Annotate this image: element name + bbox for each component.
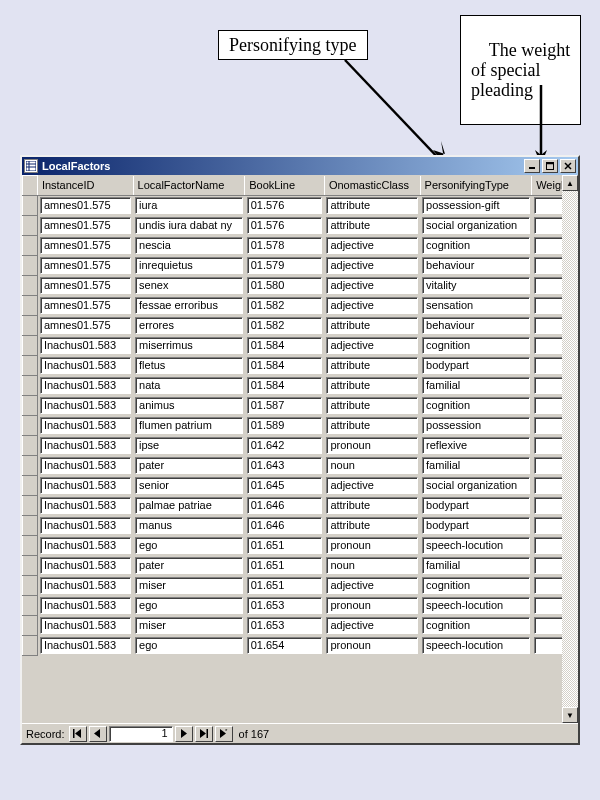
cell-instanceid[interactable]: Inachus01.583 bbox=[40, 617, 131, 634]
column-header-instanceid[interactable]: InstanceID bbox=[37, 176, 133, 196]
nav-prev-button[interactable] bbox=[89, 726, 107, 742]
cell-onomasticclass[interactable]: adjective bbox=[326, 617, 418, 634]
column-header-bookline[interactable]: BookLine bbox=[245, 176, 325, 196]
scroll-track[interactable] bbox=[562, 191, 578, 707]
row-selector[interactable] bbox=[23, 196, 38, 216]
cell-personifyingtype[interactable]: social organization bbox=[422, 477, 530, 494]
cell-localfactorname[interactable]: miser bbox=[135, 577, 243, 594]
cell-localfactorname[interactable]: senior bbox=[135, 477, 243, 494]
cell-personifyingtype[interactable]: cognition bbox=[422, 237, 530, 254]
cell-localfactorname[interactable]: miserrimus bbox=[135, 337, 243, 354]
cell-personifyingtype[interactable]: reflexive bbox=[422, 437, 530, 454]
cell-bookline[interactable]: 01.643 bbox=[247, 457, 323, 474]
cell-personifyingtype[interactable]: behaviour bbox=[422, 257, 530, 274]
cell-personifyingtype[interactable]: cognition bbox=[422, 617, 530, 634]
row-selector[interactable] bbox=[23, 576, 38, 596]
cell-onomasticclass[interactable]: pronoun bbox=[326, 597, 418, 614]
cell-bookline[interactable]: 01.654 bbox=[247, 637, 323, 654]
cell-instanceid[interactable]: Inachus01.583 bbox=[40, 577, 131, 594]
cell-localfactorname[interactable]: ego bbox=[135, 537, 243, 554]
cell-bookline[interactable]: 01.642 bbox=[247, 437, 323, 454]
table-row[interactable]: amnes01.575errores01.582attributebehavio… bbox=[23, 316, 578, 336]
row-selector[interactable] bbox=[23, 396, 38, 416]
row-selector[interactable] bbox=[23, 456, 38, 476]
table-row[interactable]: Inachus01.583ego01.653pronounspeech-locu… bbox=[23, 596, 578, 616]
cell-bookline[interactable]: 01.578 bbox=[247, 237, 323, 254]
maximize-button[interactable] bbox=[542, 159, 558, 173]
cell-instanceid[interactable]: Inachus01.583 bbox=[40, 557, 131, 574]
row-selector[interactable] bbox=[23, 596, 38, 616]
cell-onomasticclass[interactable]: attribute bbox=[326, 217, 418, 234]
row-selector[interactable] bbox=[23, 376, 38, 396]
cell-onomasticclass[interactable]: noun bbox=[326, 457, 418, 474]
select-all-corner[interactable] bbox=[23, 176, 38, 196]
record-number-input[interactable]: 1 bbox=[109, 726, 173, 742]
cell-instanceid[interactable]: Inachus01.583 bbox=[40, 457, 131, 474]
cell-localfactorname[interactable]: errores bbox=[135, 317, 243, 334]
table-row[interactable]: Inachus01.583pater01.643nounfamilial0 bbox=[23, 456, 578, 476]
cell-localfactorname[interactable]: fessae erroribus bbox=[135, 297, 243, 314]
row-selector[interactable] bbox=[23, 356, 38, 376]
row-selector[interactable] bbox=[23, 616, 38, 636]
cell-personifyingtype[interactable]: bodypart bbox=[422, 357, 530, 374]
scroll-up-button[interactable]: ▲ bbox=[562, 175, 578, 191]
cell-bookline[interactable]: 01.579 bbox=[247, 257, 323, 274]
cell-personifyingtype[interactable]: sensation bbox=[422, 297, 530, 314]
cell-onomasticclass[interactable]: adjective bbox=[326, 257, 418, 274]
cell-onomasticclass[interactable]: attribute bbox=[326, 517, 418, 534]
cell-onomasticclass[interactable]: adjective bbox=[326, 297, 418, 314]
nav-new-button[interactable]: * bbox=[215, 726, 233, 742]
vertical-scrollbar[interactable]: ▲ ▼ bbox=[562, 175, 578, 723]
cell-instanceid[interactable]: amnes01.575 bbox=[40, 297, 131, 314]
cell-instanceid[interactable]: Inachus01.583 bbox=[40, 497, 131, 514]
row-selector[interactable] bbox=[23, 556, 38, 576]
table-row[interactable]: Inachus01.583palmae patriae01.646attribu… bbox=[23, 496, 578, 516]
cell-onomasticclass[interactable]: pronoun bbox=[326, 637, 418, 654]
cell-onomasticclass[interactable]: attribute bbox=[326, 377, 418, 394]
cell-personifyingtype[interactable]: speech-locution bbox=[422, 637, 530, 654]
cell-instanceid[interactable]: amnes01.575 bbox=[40, 317, 131, 334]
table-row[interactable]: Inachus01.583senior01.645adjectivesocial… bbox=[23, 476, 578, 496]
nav-last-button[interactable] bbox=[195, 726, 213, 742]
nav-next-button[interactable] bbox=[175, 726, 193, 742]
cell-instanceid[interactable]: Inachus01.583 bbox=[40, 337, 131, 354]
table-row[interactable]: Inachus01.583miser01.651adjectivecogniti… bbox=[23, 576, 578, 596]
cell-personifyingtype[interactable]: cognition bbox=[422, 337, 530, 354]
table-row[interactable]: Inachus01.583fletus01.584attributebodypa… bbox=[23, 356, 578, 376]
window-titlebar[interactable]: LocalFactors bbox=[22, 157, 578, 175]
cell-personifyingtype[interactable]: speech-locution bbox=[422, 537, 530, 554]
cell-personifyingtype[interactable]: social organization bbox=[422, 217, 530, 234]
cell-bookline[interactable]: 01.589 bbox=[247, 417, 323, 434]
cell-instanceid[interactable]: amnes01.575 bbox=[40, 217, 131, 234]
cell-instanceid[interactable]: Inachus01.583 bbox=[40, 517, 131, 534]
cell-localfactorname[interactable]: ego bbox=[135, 637, 243, 654]
cell-bookline[interactable]: 01.587 bbox=[247, 397, 323, 414]
table-row[interactable]: Inachus01.583animus01.587attributecognit… bbox=[23, 396, 578, 416]
cell-instanceid[interactable]: amnes01.575 bbox=[40, 197, 131, 214]
cell-localfactorname[interactable]: nata bbox=[135, 377, 243, 394]
table-row[interactable]: amnes01.575undis iura dabat ny01.576attr… bbox=[23, 216, 578, 236]
table-row[interactable]: Inachus01.583flumen patrium01.589attribu… bbox=[23, 416, 578, 436]
cell-onomasticclass[interactable]: adjective bbox=[326, 337, 418, 354]
cell-personifyingtype[interactable]: familial bbox=[422, 557, 530, 574]
table-row[interactable]: Inachus01.583pater01.651nounfamilial0 bbox=[23, 556, 578, 576]
cell-onomasticclass[interactable]: attribute bbox=[326, 397, 418, 414]
cell-instanceid[interactable]: Inachus01.583 bbox=[40, 637, 131, 654]
table-row[interactable]: Inachus01.583ego01.651pronounspeech-locu… bbox=[23, 536, 578, 556]
cell-instanceid[interactable]: amnes01.575 bbox=[40, 277, 131, 294]
row-selector[interactable] bbox=[23, 336, 38, 356]
column-header-localfactorname[interactable]: LocalFactorName bbox=[133, 176, 245, 196]
cell-personifyingtype[interactable]: behaviour bbox=[422, 317, 530, 334]
table-row[interactable]: amnes01.575senex01.580adjectivevitality-… bbox=[23, 276, 578, 296]
cell-instanceid[interactable]: Inachus01.583 bbox=[40, 537, 131, 554]
cell-onomasticclass[interactable]: adjective bbox=[326, 477, 418, 494]
table-row[interactable]: amnes01.575inrequietus01.579adjectivebeh… bbox=[23, 256, 578, 276]
cell-personifyingtype[interactable]: bodypart bbox=[422, 517, 530, 534]
cell-onomasticclass[interactable]: adjective bbox=[326, 237, 418, 254]
scroll-down-button[interactable]: ▼ bbox=[562, 707, 578, 723]
cell-bookline[interactable]: 01.646 bbox=[247, 517, 323, 534]
row-selector[interactable] bbox=[23, 296, 38, 316]
cell-personifyingtype[interactable]: possession bbox=[422, 417, 530, 434]
row-selector[interactable] bbox=[23, 636, 38, 656]
cell-instanceid[interactable]: amnes01.575 bbox=[40, 237, 131, 254]
